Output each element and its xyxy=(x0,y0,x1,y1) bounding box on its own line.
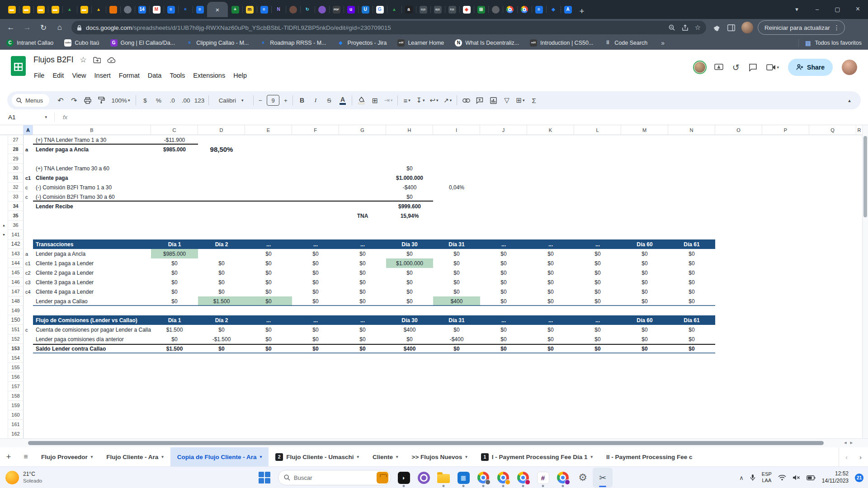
fs-tab[interactable]: F|S xyxy=(445,2,459,17)
cell-I156[interactable] xyxy=(433,372,480,382)
row-header-148[interactable]: 148 xyxy=(8,296,24,306)
row-header-146[interactable]: 146 xyxy=(8,277,24,287)
cell-L145[interactable]: $0 xyxy=(574,268,621,277)
cell-O30[interactable] xyxy=(715,164,762,173)
cell-D152[interactable]: -$1.500 xyxy=(198,334,245,344)
cell-Q155[interactable] xyxy=(809,363,856,372)
cell-O155[interactable] xyxy=(715,363,762,372)
row-header-153[interactable]: 153 xyxy=(8,344,24,353)
cell-O161[interactable] xyxy=(715,420,762,429)
cell-P160[interactable] xyxy=(762,410,809,420)
cell-J31[interactable] xyxy=(480,173,527,183)
cell-J35[interactable] xyxy=(480,211,527,221)
cell-H154[interactable] xyxy=(386,353,433,363)
formula-input[interactable] xyxy=(67,109,868,125)
cell-R150[interactable] xyxy=(856,315,863,325)
cell-P146[interactable] xyxy=(762,277,809,287)
cell-J33[interactable] xyxy=(480,192,527,202)
cell-N157[interactable] xyxy=(668,382,715,391)
cell-J149[interactable] xyxy=(480,306,527,315)
cell-D27[interactable] xyxy=(198,135,245,145)
cell-N154[interactable] xyxy=(668,353,715,363)
cell-I32[interactable]: 0,04% xyxy=(433,183,480,192)
cell-B151[interactable]: Cuenta de comisiones por pagar Lender a … xyxy=(33,325,151,334)
cell-A28[interactable]: a xyxy=(24,145,33,154)
cell-G159[interactable] xyxy=(339,401,386,410)
cell-N160[interactable] xyxy=(668,410,715,420)
sheets-new-tab[interactable]: + xyxy=(228,2,242,17)
cell-M30[interactable] xyxy=(621,164,668,173)
sheets-logo-icon[interactable] xyxy=(11,56,26,76)
dark-circle-tab[interactable] xyxy=(286,2,300,17)
close-icon[interactable]: × xyxy=(848,0,868,18)
cell-O29[interactable] xyxy=(715,154,762,164)
cell-A153[interactable] xyxy=(24,344,33,353)
column-header-N[interactable]: N xyxy=(668,125,715,135)
cell-D151[interactable]: $0 xyxy=(198,325,245,334)
cell-Q149[interactable] xyxy=(809,306,856,315)
cell-C149[interactable] xyxy=(151,306,198,315)
cell-A152[interactable] xyxy=(24,334,33,344)
cell-B146[interactable]: Cliente 3 paga a Lender xyxy=(33,277,151,287)
column-header-F[interactable]: F xyxy=(292,125,339,135)
cell-E152[interactable]: $0 xyxy=(245,334,292,344)
kebab-menu-icon[interactable]: ⋮ xyxy=(834,24,840,31)
cell-D159[interactable] xyxy=(198,401,245,410)
cell-K29[interactable] xyxy=(527,154,574,164)
cell-E156[interactable] xyxy=(245,372,292,382)
cell-C29[interactable] xyxy=(151,154,198,164)
cell-I154[interactable] xyxy=(433,353,480,363)
bookmark-item[interactable]: cuboCubo Itaú xyxy=(64,39,99,47)
cell-Q154[interactable] xyxy=(809,353,856,363)
cell-N32[interactable] xyxy=(668,183,715,192)
cell-D149[interactable] xyxy=(198,306,245,315)
borders-button[interactable]: ⊞ xyxy=(368,94,382,107)
cell-K142[interactable]: ... xyxy=(527,239,574,249)
cell-J154[interactable] xyxy=(480,353,527,363)
sheet-nav-prev-icon[interactable]: ‹ xyxy=(845,453,848,461)
cell-K161[interactable] xyxy=(527,420,574,429)
cell-M148[interactable]: $0 xyxy=(621,296,668,306)
cell-C34[interactable] xyxy=(151,202,198,211)
cell-G142[interactable]: ... xyxy=(339,239,386,249)
row-header-151[interactable]: 151 xyxy=(8,325,24,334)
cell-L33[interactable] xyxy=(574,192,621,202)
cell-I28[interactable] xyxy=(433,145,480,154)
row-header-143[interactable]: 143 xyxy=(8,249,24,258)
cell-R35[interactable] xyxy=(856,211,863,221)
minimize-icon[interactable]: – xyxy=(807,0,827,18)
row-header-28[interactable]: 28 xyxy=(8,145,24,154)
text-wrap-button[interactable]: ↩▾ xyxy=(427,94,441,107)
cell-O153[interactable] xyxy=(715,344,762,353)
cell-N156[interactable] xyxy=(668,372,715,382)
cell-M146[interactable]: $0 xyxy=(621,277,668,287)
cell-C35[interactable] xyxy=(151,211,198,221)
cell-E147[interactable]: $0 xyxy=(245,287,292,296)
cell-L143[interactable]: $0 xyxy=(574,249,621,258)
cell-Q35[interactable] xyxy=(809,211,856,221)
cell-H153[interactable]: $400 xyxy=(386,344,433,353)
cell-Q151[interactable] xyxy=(809,325,856,334)
cell-L150[interactable]: ... xyxy=(574,315,621,325)
store-app[interactable]: ▦ xyxy=(453,468,473,488)
cell-I35[interactable] xyxy=(433,211,480,221)
cell-N143[interactable]: $0 xyxy=(668,249,715,258)
row-header-155[interactable]: 155 xyxy=(8,363,24,372)
gmail-tab[interactable]: M xyxy=(149,2,164,17)
menu-help[interactable]: Help xyxy=(229,70,251,81)
cell-K144[interactable]: $0 xyxy=(527,258,574,268)
cell-C158[interactable] xyxy=(151,391,198,401)
cell-H27[interactable] xyxy=(386,135,433,145)
all-sheets-menu-icon[interactable]: ≡ xyxy=(17,447,34,466)
cell-I36[interactable] xyxy=(433,221,480,230)
cell-B144[interactable]: Cliente 1 paga a Lender xyxy=(33,258,151,268)
cell-I34[interactable] xyxy=(433,202,480,211)
cell-A144[interactable]: c1 xyxy=(24,258,33,268)
cell-N28[interactable] xyxy=(668,145,715,154)
cell-L146[interactable]: $0 xyxy=(574,277,621,287)
cell-A31[interactable]: c1 xyxy=(24,173,33,183)
column-header-L[interactable]: L xyxy=(574,125,621,135)
sheet-tab[interactable]: Cliente▾ xyxy=(366,447,405,466)
cell-D35[interactable] xyxy=(198,211,245,221)
cell-H158[interactable] xyxy=(386,391,433,401)
